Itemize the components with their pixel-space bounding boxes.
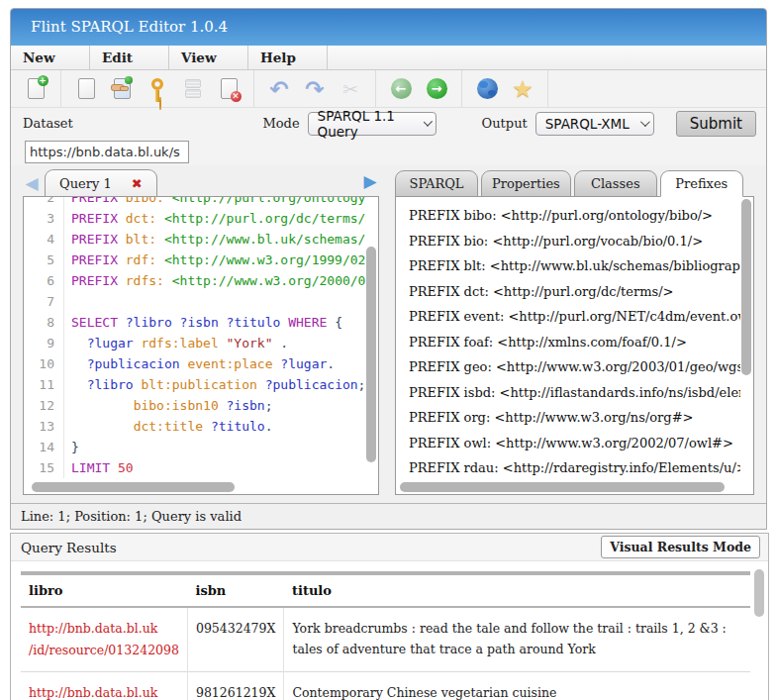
code-line: 6PREFIX rdfs: <http://www.w3.org/2000/01… xyxy=(24,270,366,291)
code-line: 4PREFIX blt: <http://www.bl.uk/schemas/b… xyxy=(24,229,366,250)
results-table: libroisbntitulo http://bnb.data.bl.uk/id… xyxy=(21,571,750,700)
line-number: 15 xyxy=(24,457,63,478)
menu-item-edit[interactable]: Edit xyxy=(90,46,169,69)
results-header-row: libroisbntitulo xyxy=(21,573,750,607)
line-number: 6 xyxy=(24,270,63,291)
mode-select[interactable]: SPARQL 1.1 Query xyxy=(308,112,437,136)
line-number: 4 xyxy=(24,229,63,250)
prefix-item[interactable]: PREFIX owl: <http://www.w3.org/2002/07/o… xyxy=(409,431,740,456)
result-link[interactable]: http://bnb.data.bl.uk xyxy=(29,682,179,700)
result-link[interactable]: http://bnb.data.bl.uk xyxy=(29,618,179,640)
navigate-forward-icon[interactable]: → xyxy=(419,74,454,104)
prefix-item[interactable]: PREFIX isbd: <http://iflastandards.info/… xyxy=(409,380,740,406)
code-line: 7 xyxy=(24,291,366,312)
tab-query-1[interactable]: Query 1 ✖ xyxy=(45,169,157,197)
tab-properties[interactable]: Properties xyxy=(481,170,571,197)
prefix-item[interactable]: PREFIX dct: <http://purl.org/dc/terms/> xyxy=(409,279,740,305)
open-query-icon[interactable] xyxy=(104,74,140,104)
close-tab-icon[interactable]: ✖ xyxy=(132,176,143,191)
endpoint-row: https://bnb.data.bl.uk/s xyxy=(11,139,766,165)
editor-vertical-scrollbar[interactable] xyxy=(366,199,376,480)
window-title: Flint SPARQL Editor 1.0.4 xyxy=(11,9,766,46)
results-rows: http://bnb.data.bl.uk/id/resource/013242… xyxy=(21,607,750,700)
prefix-list: PREFIX bibo: <http://purl.org/ontology/b… xyxy=(396,197,740,481)
dataset-label: Dataset xyxy=(11,116,81,131)
sidebar-tabs: SPARQLPropertiesClassesPrefixes xyxy=(395,167,754,196)
line-number: 7 xyxy=(24,291,63,312)
result-cell-titulo: Contemporary Chinese vegetarian cuisine xyxy=(284,672,750,700)
prefix-item[interactable]: PREFIX blt: <http://www.bl.uk/schemas/bi… xyxy=(409,253,740,279)
code-line: 9 ?lugar rdfs:label "York" . xyxy=(24,333,366,353)
query-results-section: Query Results Visual Results Mode libroi… xyxy=(10,533,769,700)
line-number: 9 xyxy=(24,333,63,353)
code-line: 8SELECT ?libro ?isbn ?titulo WHERE { xyxy=(24,312,366,333)
prefix-item[interactable]: PREFIX bio: <http://purl.org/vocab/bio/0… xyxy=(409,229,740,254)
output-label: Output xyxy=(470,116,535,131)
favourite-star-icon[interactable]: ★ xyxy=(505,74,540,104)
result-cell-libro: http://bnb.data.bl.uk/id/resource/013527… xyxy=(21,672,187,700)
submit-button[interactable]: Submit xyxy=(676,111,756,137)
new-query-tab-icon[interactable]: + xyxy=(18,74,53,104)
prefix-item[interactable]: PREFIX geo: <http://www.w3.org/2003/01/g… xyxy=(409,354,740,380)
tab-sparql[interactable]: SPARQL xyxy=(395,170,478,197)
tab-prefixes[interactable]: Prefixes xyxy=(660,170,743,197)
navigate-back-icon[interactable]: ← xyxy=(383,74,419,104)
prefix-item[interactable]: PREFIX rdau: <http://rdaregistry.info/El… xyxy=(409,455,740,481)
menu-item-help[interactable]: Help xyxy=(248,46,328,69)
panel-vertical-scrollbar[interactable] xyxy=(741,199,751,480)
results-table-area: libroisbntitulo http://bnb.data.bl.uk/id… xyxy=(11,561,768,700)
panels-area: ◀ Query 1 ✖ ▶ SPARQLPropertiesClassesPre… xyxy=(11,165,766,503)
prefix-item[interactable]: PREFIX madsrdf: <http://www.loc.gov/mads… xyxy=(409,481,740,482)
results-column-titulo: titulo xyxy=(284,573,750,607)
editor-horizontal-scrollbar[interactable] xyxy=(26,482,364,492)
endpoint-url-input[interactable]: https://bnb.data.bl.uk/s xyxy=(25,141,189,163)
code-line: 3PREFIX dct: <http://purl.org/dc/terms/> xyxy=(24,208,366,229)
line-number: 3 xyxy=(24,208,63,229)
dataset-row: Dataset Mode SPARQL 1.1 Query Output SPA… xyxy=(11,108,766,139)
key-icon[interactable] xyxy=(140,74,175,104)
tab-scroll-left-icon[interactable]: ◀ xyxy=(23,170,41,196)
line-number: 2 xyxy=(24,196,63,208)
code-line: 10 ?publicacion event:place ?lugar. xyxy=(24,353,366,374)
code-line: 12 bibo:isbn10 ?isbn; xyxy=(24,395,366,416)
code-area[interactable]: 2PREFIX bibo: <http://purl.org/ontology/… xyxy=(24,196,366,481)
tab-query-1-label: Query 1 xyxy=(59,176,112,191)
new-document-icon[interactable] xyxy=(68,74,104,104)
output-select[interactable]: SPARQL-XML xyxy=(535,112,654,136)
line-number: 13 xyxy=(24,416,63,437)
results-vertical-scrollbar[interactable] xyxy=(754,569,764,700)
undo-icon[interactable]: ↶ xyxy=(261,74,297,104)
line-number: 5 xyxy=(24,250,63,270)
code-line: 2PREFIX bibo: <http://purl.org/ontology/… xyxy=(24,196,366,208)
prefix-item[interactable]: PREFIX foaf: <http://xmlns.com/foaf/0.1/… xyxy=(409,330,740,355)
menu-item-view[interactable]: View xyxy=(169,46,248,69)
result-cell-isbn: 981261219X xyxy=(187,672,283,700)
status-bar: Line: 1; Position: 1; Query is valid xyxy=(11,503,766,529)
menu-bar: NewEditViewHelp xyxy=(11,46,766,70)
tab-classes[interactable]: Classes xyxy=(574,170,657,197)
menu-item-new[interactable]: New xyxy=(11,46,90,69)
cut-icon[interactable]: ✂ xyxy=(333,74,368,104)
endpoint-globe-icon[interactable] xyxy=(469,74,505,104)
prefix-item[interactable]: PREFIX org: <http://www.w3.org/ns/org#> xyxy=(409,405,740,431)
prefix-item[interactable]: PREFIX bibo: <http://purl.org/ontology/b… xyxy=(409,203,740,229)
prefix-item[interactable]: PREFIX event: <http://purl.org/NET/c4dm/… xyxy=(409,304,740,330)
panel-horizontal-scrollbar[interactable] xyxy=(398,482,739,492)
redo-icon[interactable]: ↷ xyxy=(297,74,333,104)
mode-label: Mode xyxy=(250,116,307,131)
code-line: 5PREFIX rdf: <http://www.w3.org/1999/02/… xyxy=(24,250,366,270)
visual-results-mode-button[interactable]: Visual Results Mode xyxy=(601,536,760,558)
result-cell-titulo: York breadcrumbs : read the tale and fol… xyxy=(284,607,750,672)
query-results-title: Query Results xyxy=(11,540,601,555)
code-line: 11 ?libro blt:publication ?publicacion; xyxy=(24,374,366,395)
paste-icon[interactable] xyxy=(175,74,211,104)
flint-editor-window: Flint SPARQL Editor 1.0.4 NewEditViewHel… xyxy=(10,8,767,530)
query-editor[interactable]: 2PREFIX bibo: <http://purl.org/ontology/… xyxy=(23,196,379,495)
result-link[interactable]: /id/resource/013242098 xyxy=(29,640,179,661)
chevron-down-icon xyxy=(640,117,650,127)
line-number: 12 xyxy=(24,395,63,416)
chevron-down-icon xyxy=(424,118,433,127)
delete-query-icon[interactable]: ✕ xyxy=(211,74,246,104)
tab-scroll-right-icon[interactable]: ▶ xyxy=(361,168,379,194)
output-select-value: SPARQL-XML xyxy=(545,116,630,132)
